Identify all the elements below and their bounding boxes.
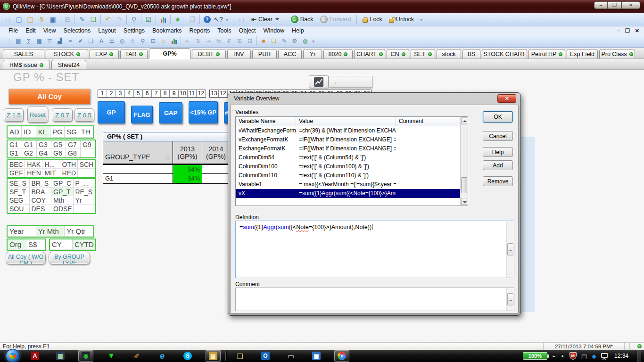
text-object-icon[interactable]: A bbox=[97, 36, 106, 46]
tab-set[interactable]: SET bbox=[411, 49, 435, 58]
toolbar-overflow[interactable]: ▾ bbox=[312, 39, 314, 44]
toolbar-grip[interactable]: ⋮⋮ bbox=[238, 17, 245, 22]
help-icon[interactable]: ? bbox=[202, 14, 212, 25]
scroll-up-button[interactable] bbox=[461, 117, 467, 124]
redo-icon[interactable]: ↷ bbox=[114, 14, 124, 25]
container-icon[interactable]: ❑ bbox=[86, 36, 96, 46]
listbox-value-cell[interactable]: SE_T bbox=[8, 188, 30, 196]
month-cell[interactable]: 4 bbox=[125, 90, 134, 97]
open-file-icon[interactable]: ◰ bbox=[25, 14, 35, 25]
menu-object[interactable]: Object bbox=[235, 27, 259, 34]
listbox-value-cell[interactable]: RED bbox=[60, 169, 78, 177]
expression-overview-icon[interactable]: ⚙ bbox=[290, 36, 299, 46]
tab-sales[interactable]: SALES bbox=[3, 49, 44, 58]
listbox-value-cell[interactable]: Yr Mth bbox=[36, 226, 65, 237]
listbox-value-cell[interactable]: P_... bbox=[74, 179, 96, 188]
by-group-type-button[interactable]: By GROUP TYPE bbox=[49, 252, 90, 264]
print-icon[interactable]: ⊟ bbox=[62, 14, 73, 25]
month-cell[interactable]: 6 bbox=[143, 90, 152, 97]
listbox-value-cell[interactable]: SE_S bbox=[8, 179, 30, 188]
app-window-icon[interactable]: ▣ bbox=[309, 350, 324, 362]
chart-wizard-icon[interactable] bbox=[169, 36, 179, 46]
listbox-value-cell[interactable]: Yr bbox=[74, 196, 96, 205]
listbox-value-cell[interactable]: RE_S bbox=[74, 188, 96, 196]
listbox-value-cell[interactable]: KL bbox=[36, 126, 50, 138]
chrome-icon[interactable] bbox=[334, 350, 349, 362]
menu-selections[interactable]: Selections bbox=[60, 27, 95, 34]
menu-settings[interactable]: Settings bbox=[120, 27, 149, 34]
table-caption[interactable]: GP% ( SET ) bbox=[103, 132, 229, 141]
bookmark-object-icon[interactable]: ◎ bbox=[117, 36, 127, 46]
all-coy-button[interactable]: All Coy bbox=[8, 89, 91, 104]
space-horizontal-icon[interactable]: ⇆ bbox=[214, 36, 223, 46]
cancel-button[interactable]: Cancel bbox=[483, 131, 513, 141]
new-sheet-icon[interactable]: ❏ bbox=[269, 36, 279, 46]
listbox-value-cell[interactable]: G3 bbox=[37, 140, 51, 149]
tab-pur[interactable]: PUR bbox=[252, 49, 277, 58]
tab-rm-issue[interactable]: RM$ issue bbox=[3, 60, 50, 69]
statistics-box-icon[interactable]: ∑ bbox=[24, 36, 33, 46]
align-right-icon[interactable]: ⇥ bbox=[204, 36, 213, 46]
listbox-value-cell[interactable]: G2 bbox=[22, 149, 37, 157]
menu-layout[interactable]: Layout bbox=[94, 27, 120, 34]
edit-layout-icon[interactable]: ✎ bbox=[77, 14, 87, 25]
listbox-value-cell[interactable]: G8 bbox=[66, 149, 81, 157]
listbox-value-cell[interactable]: CY bbox=[50, 239, 73, 250]
back-button[interactable]: ← Back bbox=[289, 15, 316, 24]
month-cell[interactable]: 2 bbox=[107, 90, 116, 97]
month-cell[interactable]: 7 bbox=[152, 90, 161, 97]
menu-bookmarks[interactable]: Bookmarks bbox=[149, 27, 186, 34]
listbox-value-cell[interactable]: BR_S bbox=[30, 179, 52, 188]
listbox-value-cell[interactable]: G5 bbox=[51, 140, 66, 149]
current-selections-box-icon[interactable]: ⊡ bbox=[149, 36, 158, 46]
listbox-value-cell[interactable]: Org bbox=[8, 239, 26, 250]
table-box-icon[interactable]: ▦ bbox=[34, 36, 44, 46]
network-icon[interactable] bbox=[601, 353, 608, 358]
tab-cn[interactable]: CN bbox=[387, 49, 409, 58]
tab-yr[interactable]: Yr bbox=[303, 49, 322, 58]
button-object-icon[interactable]: ☺ bbox=[159, 36, 168, 46]
variable-row[interactable]: Variable1= max({<YearMonth ={'=sum({$<ye… bbox=[236, 180, 460, 189]
listbox-value-cell[interactable]: ODSE bbox=[51, 205, 74, 213]
remote-desktop-icon[interactable]: ▦ bbox=[53, 350, 68, 362]
listbox-value-cell[interactable]: SOU bbox=[8, 205, 30, 213]
listbox-value-cell[interactable]: HAK bbox=[25, 160, 42, 169]
listbox-value-cell[interactable]: DES bbox=[30, 205, 52, 213]
outlook-icon[interactable]: O bbox=[258, 350, 273, 362]
dialog-close-button[interactable]: ✕ bbox=[497, 94, 516, 103]
variable-row[interactable]: vWhatIfExchangeFormatK=chr(39) & [What I… bbox=[236, 126, 460, 135]
listbox-value-cell[interactable]: Year bbox=[8, 226, 36, 237]
qlikview-taskbar-icon[interactable]: ◉ bbox=[78, 350, 93, 362]
listbox-value-cell[interactable]: G1 bbox=[8, 149, 22, 157]
space-vertical-icon[interactable]: ⇵ bbox=[224, 36, 234, 46]
month-cell[interactable]: 5 bbox=[134, 90, 143, 97]
paint-icon[interactable]: ✐ bbox=[129, 350, 144, 362]
reload-icon[interactable]: ↯ bbox=[36, 14, 47, 25]
definition-input[interactable]: =sum({1}Aggr(sum({<Note={100}>}Amount),N… bbox=[235, 221, 514, 278]
align-left-icon[interactable]: ⇤ bbox=[183, 36, 192, 46]
listbox-value-cell[interactable]: Mth bbox=[51, 196, 74, 205]
show-desktop-button[interactable] bbox=[637, 350, 641, 362]
button-gap[interactable]: GAP bbox=[159, 102, 182, 123]
tab-exp[interactable]: EXP bbox=[90, 49, 119, 58]
new-file-icon[interactable]: ▢ bbox=[14, 14, 24, 25]
mdi-minimize-button[interactable]: – bbox=[617, 28, 620, 34]
listbox-value-cell[interactable]: CYTD bbox=[73, 239, 95, 250]
power-plug-icon[interactable]: ⌁ bbox=[552, 353, 556, 360]
month-cell[interactable]: 11 bbox=[188, 90, 197, 97]
add-button[interactable]: Add bbox=[483, 160, 513, 170]
button-gp[interactable]: GP bbox=[98, 101, 125, 123]
listbox-value-cell[interactable]: TH bbox=[79, 126, 93, 138]
pivot-cell[interactable]: - bbox=[202, 165, 230, 174]
listbox-value-cell[interactable]: PG bbox=[50, 126, 65, 138]
taskbar-clock[interactable]: 12:34 bbox=[614, 353, 628, 359]
list-column-comment[interactable]: Comment bbox=[396, 117, 460, 126]
year-cell[interactable]: 12 bbox=[219, 90, 228, 97]
button-z-0-5[interactable]: Z 0.5 bbox=[74, 108, 94, 122]
pivot-cell[interactable]: 34% bbox=[173, 165, 202, 174]
check-object-icon[interactable]: ✔ bbox=[76, 36, 85, 46]
listbox-value-cell[interactable]: BEC bbox=[8, 160, 25, 169]
variable-row[interactable]: ColumnDim54=text('[' & (Column54) & ']') bbox=[236, 153, 460, 162]
bar-chart-icon[interactable]: ▟ bbox=[55, 36, 65, 46]
column-header-2013-gp[interactable]: 2013 (GP%) bbox=[173, 141, 202, 164]
